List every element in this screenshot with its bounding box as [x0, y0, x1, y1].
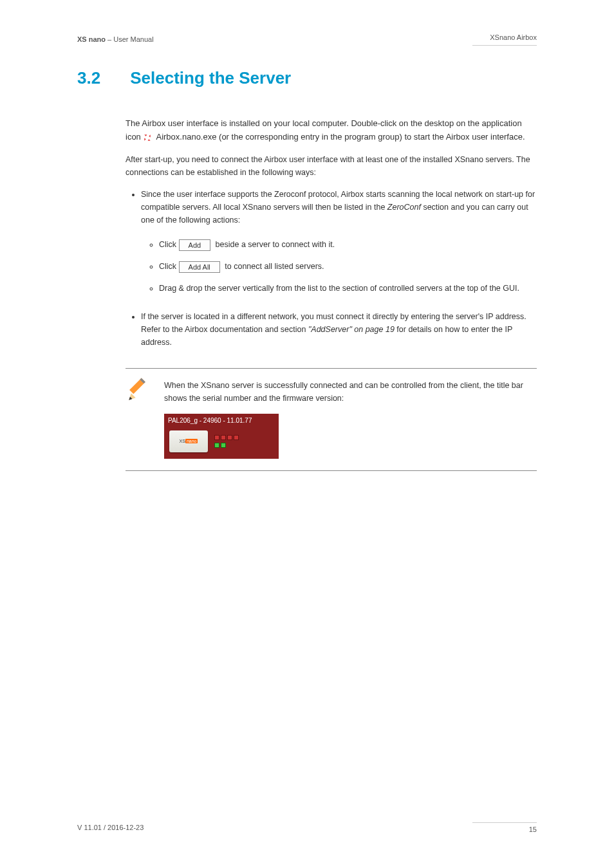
- list-item: If the server is located in a different …: [141, 310, 537, 349]
- led-red: [214, 435, 219, 440]
- led-red: [234, 435, 239, 440]
- status-leds: [214, 435, 239, 448]
- list-item: Click Add All to connect all listed serv…: [159, 260, 537, 273]
- note-box: When the XSnano server is successfully c…: [126, 368, 537, 471]
- sub-actions-list: Click Add beside a server to connect wit…: [141, 238, 537, 295]
- add-button[interactable]: Add: [179, 239, 211, 251]
- footer-page-number: 15: [472, 822, 537, 836]
- note-text: When the XSnano server is successfully c…: [164, 376, 537, 405]
- intro-paragraph-2: After start-up, you need to connect the …: [126, 153, 537, 179]
- page-header: XS nano – User Manual XSnano Airbox: [77, 32, 537, 46]
- connection-methods-list: Since the user interface supports the Ze…: [126, 188, 537, 349]
- list-item: Drag & drop the server vertically from t…: [159, 282, 537, 295]
- device-row: XSnano: [164, 428, 279, 455]
- footer-version: V 11.01 / 2016-12-23: [77, 822, 144, 836]
- section-number: 3.2: [77, 65, 126, 92]
- addserver-crossref: "AddServer" on page 19: [308, 325, 395, 334]
- pencil-icon: [126, 376, 153, 403]
- airbox-exe-label: Airbox.nano.exe: [156, 131, 216, 144]
- list-item: Click Add beside a server to connect wit…: [159, 238, 537, 251]
- header-left: XS nano – User Manual: [77, 34, 154, 46]
- led-red: [221, 435, 226, 440]
- device-thumbnail: XSnano: [169, 430, 208, 452]
- doc-type: User Manual: [113, 35, 153, 43]
- product-name: XS nano: [77, 35, 106, 43]
- recycle-icon: [143, 133, 152, 142]
- server-titlebar-text: PAL206_g - 24960 - 11.01.77: [164, 414, 279, 428]
- page-footer: V 11.01 / 2016-12-23 15: [77, 822, 537, 836]
- section-title: Selecting the Server: [130, 68, 291, 88]
- airbox-exe-icon: Airbox.nano.exe: [143, 131, 216, 144]
- intro-text-1b: (or the corresponding entry in the progr…: [219, 132, 525, 142]
- led-green: [221, 443, 226, 448]
- zeroconf-label: ZeroConf: [387, 203, 421, 212]
- led-green: [214, 443, 219, 448]
- header-section: XSnano Airbox: [472, 32, 537, 46]
- led-red: [227, 435, 232, 440]
- server-titlebar-screenshot: PAL206_g - 24960 - 11.01.77 XSnano: [164, 414, 279, 459]
- section-heading: 3.2 Selecting the Server: [77, 65, 537, 92]
- intro-paragraph-1: The Airbox user interface is installed o…: [126, 117, 537, 144]
- add-all-button[interactable]: Add All: [179, 261, 220, 273]
- list-item: Since the user interface supports the Ze…: [141, 188, 537, 295]
